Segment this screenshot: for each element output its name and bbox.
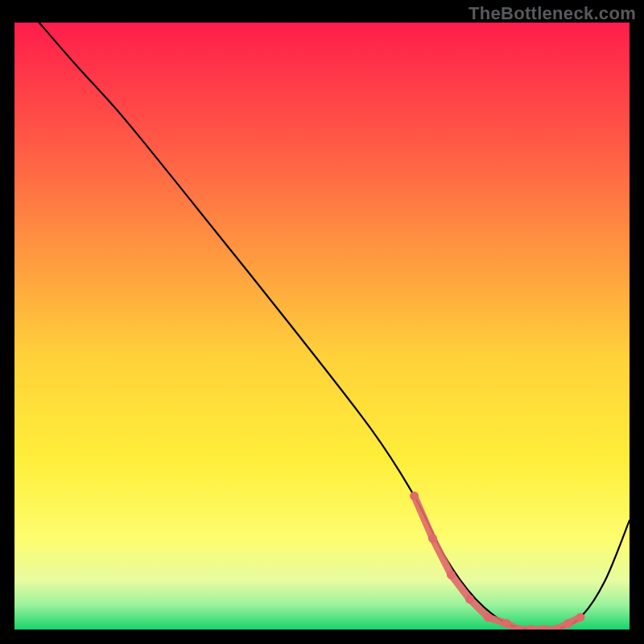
chart-svg — [14, 23, 630, 630]
plot-outer — [14, 23, 630, 630]
svg-point-3 — [447, 571, 456, 580]
svg-point-4 — [465, 595, 474, 604]
svg-point-9 — [539, 625, 548, 630]
svg-point-8 — [526, 625, 535, 630]
svg-point-11 — [564, 619, 572, 628]
svg-point-1 — [410, 492, 419, 501]
svg-point-6 — [502, 619, 511, 628]
main-curve — [39, 23, 630, 630]
valley-highlight — [410, 492, 584, 630]
plot-area — [14, 23, 630, 630]
svg-point-2 — [428, 534, 437, 543]
watermark-text: TheBottleneck.com — [469, 3, 636, 24]
svg-point-12 — [576, 613, 584, 621]
chart-frame: TheBottleneck.com — [0, 0, 644, 644]
svg-point-5 — [484, 613, 493, 621]
